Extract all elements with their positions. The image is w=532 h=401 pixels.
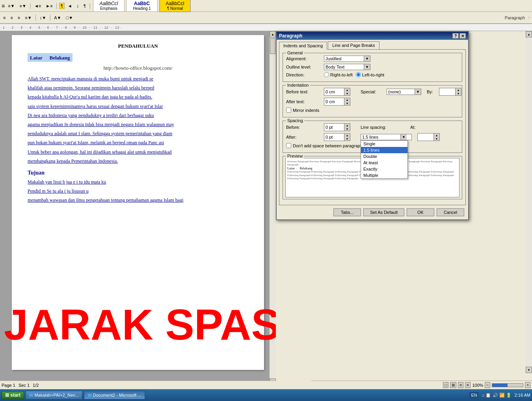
after-spacing-up[interactable]: ▲ (344, 134, 350, 137)
special-arrow[interactable]: ▼ (415, 89, 421, 95)
print-layout-btn[interactable]: □ (443, 382, 448, 388)
line-spacing-wrap[interactable]: ▼ Single 1.5 lines Double At least Exact… (361, 134, 412, 140)
line-spacing-dropdown-trigger[interactable]: ▼ (361, 134, 412, 140)
indentation-title: Indentation (286, 83, 310, 87)
ltr-radio[interactable] (356, 72, 361, 77)
style-emphasis[interactable]: AaBbCcI Emphasis (93, 0, 125, 12)
mirror-checkbox[interactable] (286, 108, 291, 113)
line-spacing-btn[interactable]: ↕▼ (38, 15, 48, 21)
before-text-spinner[interactable]: ▲ ▼ (324, 88, 350, 96)
at-spinner[interactable]: ▲ ▼ (417, 133, 440, 141)
after-spacing-input[interactable] (324, 134, 344, 141)
taskbar-item-0[interactable]: W Makalah+PAI+2_Nen... (26, 391, 82, 399)
close-btn[interactable]: ✕ (459, 33, 466, 39)
before-text-down[interactable]: ▼ (344, 92, 350, 95)
style-heading1[interactable]: AaBbC Heading 1 (126, 0, 158, 12)
before-spacing-down[interactable]: ▼ (344, 127, 350, 131)
right-scroll-up[interactable]: ▲ (526, 31, 532, 37)
shading-btn[interactable]: A▼ (52, 15, 63, 21)
right-scroll-track[interactable] (526, 37, 532, 367)
line-spacing-input[interactable] (361, 134, 400, 140)
preview-title: Preview (286, 154, 304, 158)
option-multiple[interactable]: Multiple (361, 172, 407, 178)
zoom-plus-btn[interactable]: + (525, 382, 530, 388)
latar-belakang-header: Latar Belakang (28, 53, 73, 62)
option-single[interactable]: Single (361, 141, 407, 147)
after-spacing-down[interactable]: ▼ (344, 137, 350, 141)
tabs-button[interactable]: Tabs... (333, 208, 361, 216)
show-hide-btn[interactable]: ¶ (59, 3, 65, 9)
before-spacing-label: Before: (286, 125, 322, 130)
align-justify-btn[interactable]: ≡▼ (23, 15, 33, 21)
scroll-up-btn[interactable]: ▲ (270, 31, 276, 37)
right-scroll-down[interactable]: ▼ (526, 367, 532, 373)
at-down[interactable]: ▼ (434, 137, 439, 141)
before-text-input[interactable] (324, 88, 344, 95)
outline-arrow[interactable]: ▼ (364, 64, 370, 70)
sort-btn[interactable]: ↕ (75, 3, 81, 9)
rtl-radio-label[interactable]: Right-to-left (324, 72, 353, 77)
rtl-radio[interactable] (324, 72, 329, 77)
option-1-5[interactable]: 1.5 lines (361, 147, 407, 153)
taskbar-item-1[interactable]: W Document2 - Microsoft ... (84, 391, 145, 399)
by-spinner[interactable]: ▲ ▼ (439, 88, 461, 96)
dont-add-checkbox[interactable] (286, 143, 291, 148)
ltr-radio-label[interactable]: Left-to-right (356, 72, 384, 77)
after-spacing-spinner[interactable]: ▲ ▼ (324, 133, 350, 141)
alignment-input[interactable] (324, 56, 364, 61)
special-dropdown[interactable]: ▼ (387, 89, 421, 95)
after-text-down[interactable]: ▼ (344, 102, 350, 105)
by-down[interactable]: ▼ (456, 92, 461, 95)
set-default-button[interactable]: Set As Default (363, 208, 404, 216)
at-up[interactable]: ▲ (434, 134, 439, 137)
bullet-list-btn[interactable]: ≡▼ (6, 3, 16, 9)
by-input[interactable] (439, 88, 455, 95)
option-at-least[interactable]: At least (361, 160, 407, 166)
border-btn[interactable]: □▼ (65, 15, 75, 21)
by-spinner-btns: ▲ ▼ (455, 88, 461, 95)
alignment-arrow[interactable]: ▼ (364, 56, 370, 61)
after-text-input[interactable] (324, 98, 344, 105)
option-exactly[interactable]: Exactly (361, 166, 407, 172)
alignment-dropdown[interactable]: ▼ (324, 56, 370, 62)
right-scrollbar[interactable]: ▲ ▼ (526, 31, 532, 373)
option-double[interactable]: Double (361, 153, 407, 160)
zoom-minus-btn[interactable]: − (485, 382, 490, 388)
start-button[interactable]: ⊞ start (2, 391, 24, 399)
before-text-up[interactable]: ▲ (344, 88, 350, 92)
style-normal[interactable]: AaBbCcI ¶ Normal (159, 0, 191, 12)
before-spacing-up[interactable]: ▲ (344, 124, 350, 127)
pilcrow2-btn[interactable]: ¶ (82, 3, 87, 9)
before-spacing-input[interactable] (324, 124, 344, 131)
indent-btn[interactable]: ►≡ (44, 3, 54, 9)
by-up[interactable]: ▲ (456, 88, 461, 92)
cancel-button[interactable]: Cancel (437, 208, 464, 216)
tab-indents-spacing[interactable]: Indents and Spacing (279, 42, 327, 50)
align-center-btn[interactable]: ≡ (9, 15, 14, 21)
outline-dropdown[interactable]: ▼ (324, 64, 370, 70)
mirror-checkbox-label[interactable]: Mirror indents (286, 108, 319, 113)
pilcrow-btn[interactable]: ◄ (66, 3, 74, 9)
dialog-titlebar-buttons: ? ✕ (452, 33, 466, 39)
outline-input[interactable] (324, 64, 364, 70)
ok-button[interactable]: OK (407, 208, 434, 216)
web-layout-btn[interactable]: ⊞ (450, 382, 456, 388)
num-list-btn[interactable]: ≡▼ (18, 3, 28, 9)
zoom-slider[interactable] (492, 383, 523, 387)
start-icon: ⊞ (5, 392, 9, 398)
align-left-btn[interactable]: ≡ (2, 15, 7, 21)
at-input[interactable] (418, 134, 433, 141)
draft-btn[interactable]: ≡ (465, 382, 471, 388)
help-btn[interactable]: ? (452, 33, 459, 39)
outline-btn[interactable]: ≡ (458, 382, 463, 388)
line-spacing-arrow[interactable]: ▼ (400, 134, 407, 140)
tab-line-page-breaks[interactable]: Line and Page Breaks (328, 41, 379, 49)
scroll-thumb[interactable] (270, 38, 275, 54)
dont-add-checkbox-label[interactable]: Don't add space between paragraphs (286, 143, 365, 148)
outdent-btn[interactable]: ◄≡ (33, 3, 43, 9)
after-text-up[interactable]: ▲ (344, 98, 350, 102)
after-text-spinner[interactable]: ▲ ▼ (324, 98, 350, 106)
special-input[interactable] (387, 89, 415, 95)
before-spacing-spinner[interactable]: ▲ ▼ (324, 123, 350, 131)
align-right-btn[interactable]: ≡ (16, 15, 22, 21)
